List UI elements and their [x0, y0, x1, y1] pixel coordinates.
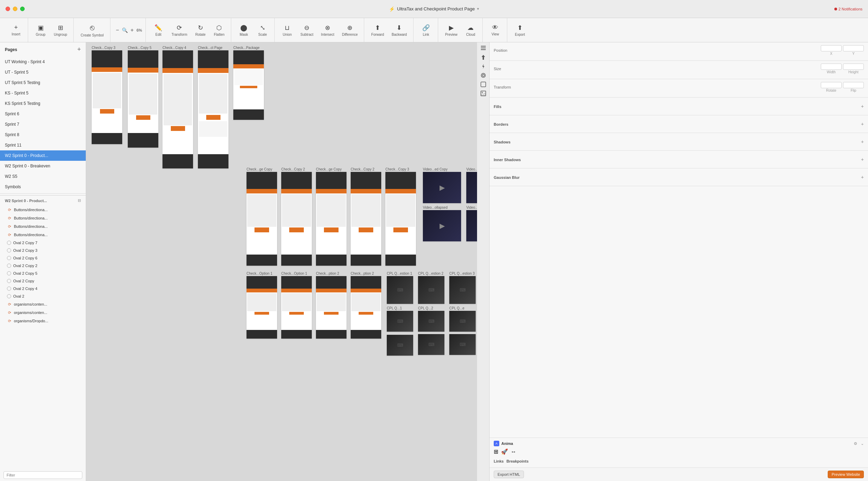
layer-item-14[interactable]: ⟳ organisms/Dropdo... [0, 317, 86, 325]
page-item-sprint6[interactable]: Sprint 6 [0, 109, 86, 119]
layer-item-1[interactable]: ⟳ Buttons/directiona... [0, 214, 86, 222]
layer-item-6[interactable]: Oval 2 Copy 6 [0, 254, 86, 262]
artboard-13[interactable] [351, 276, 381, 339]
add-inner-shadow-button[interactable]: + [861, 157, 864, 162]
add-fill-button[interactable]: + [861, 103, 864, 109]
page-item-sprint8[interactable]: Sprint 8 [0, 130, 86, 140]
artboard-3[interactable] [198, 50, 228, 168]
upload-icon[interactable] [480, 54, 486, 60]
page-item-w2-breakeven[interactable]: W2 Sprint 0 - Breakeven [0, 161, 86, 171]
layer-item-8[interactable]: Oval 2 Copy 5 [0, 269, 86, 277]
rotate-input[interactable] [821, 82, 842, 88]
flip-input[interactable] [843, 82, 864, 88]
artboard-2[interactable] [162, 50, 193, 168]
lightning-icon[interactable] [480, 63, 486, 69]
preview-button[interactable]: ▶ Preview [442, 23, 460, 38]
artboard-cpl8[interactable]: ⌨ [418, 334, 444, 355]
export-html-button[interactable]: Export HTML [494, 471, 524, 478]
fullscreen-button[interactable] [20, 7, 25, 11]
mask-button[interactable]: ⬤ Mask [235, 23, 252, 38]
scale-button[interactable]: ⤡ Scale [254, 23, 271, 38]
artboard-9[interactable] [385, 172, 416, 266]
artboard-video2[interactable]: ▶ [466, 172, 477, 203]
anima-rocket-icon[interactable]: 🚀 [501, 448, 508, 455]
artboard-video4[interactable]: ▶ [466, 210, 477, 241]
rotate-button[interactable]: ↻ Rotate [192, 23, 209, 38]
settings-icon[interactable] [480, 72, 486, 78]
artboard-7[interactable] [316, 172, 347, 266]
page-item-ks-sprint5-testing[interactable]: KS Sprint 5 Testing [0, 98, 86, 109]
transform-button[interactable]: ⟳ Transform [169, 23, 190, 38]
page-item-sprint7[interactable]: Sprint 7 [0, 119, 86, 130]
layer-item-13[interactable]: ⟳ organisms/conten... [0, 308, 86, 317]
union-button[interactable]: ⊔ Union [279, 23, 295, 38]
artboard-cpl1[interactable]: ⌨ [387, 276, 413, 304]
link-button[interactable]: 🔗 Link [418, 23, 434, 38]
anima-expand-button[interactable]: ⌄ [861, 441, 864, 446]
view-button[interactable]: 👁 View [487, 23, 503, 38]
filter-input[interactable] [3, 471, 82, 479]
artboard-cpl9[interactable]: ⌨ [449, 334, 476, 355]
artboard-cpl3[interactable]: ⌨ [449, 276, 476, 304]
page-item-ut-sprint5-testing[interactable]: UT Sprint 5 Testing [0, 77, 86, 88]
layer-item-4[interactable]: Oval 2 Copy 7 [0, 239, 86, 247]
artboard-0[interactable] [92, 50, 122, 144]
layer-item-12[interactable]: ⟳ organisms/conten... [0, 300, 86, 308]
artboard-4[interactable] [233, 50, 264, 120]
add-shadow-button[interactable]: + [861, 139, 864, 144]
artboard-video3[interactable]: ▶ [423, 210, 461, 241]
ungroup-button[interactable]: ⊞ Ungroup [51, 23, 70, 38]
fill-icon[interactable] [480, 81, 486, 88]
page-item-ut-working[interactable]: UT Working - Sprint 4 [0, 57, 86, 67]
page-item-symbols[interactable]: Symbols [0, 182, 86, 192]
notifications-badge[interactable]: 2 Notifications [834, 7, 862, 11]
add-page-button[interactable]: + [77, 46, 81, 53]
anima-settings-button[interactable]: ⚙ [854, 441, 857, 446]
add-border-button[interactable]: + [861, 121, 864, 127]
page-item-ks-sprint5[interactable]: KS - Sprint 5 [0, 88, 86, 98]
artboard-cpl5[interactable]: ⌨ [418, 311, 444, 332]
zoom-out-button[interactable]: − [115, 26, 120, 34]
add-blur-button[interactable]: + [861, 174, 864, 180]
difference-button[interactable]: ⊕ Difference [339, 23, 360, 38]
forward-button[interactable]: ⬆ Forward [368, 23, 387, 38]
create-symbol-button[interactable]: ⎋ Create Symbol [78, 22, 106, 39]
artboard-11[interactable] [281, 276, 312, 339]
artboard-video1[interactable]: ▶ [423, 172, 461, 203]
minimize-button[interactable] [13, 7, 17, 11]
layer-item-7[interactable]: Oval 2 Copy 2 [0, 262, 86, 269]
subtract-button[interactable]: ⊖ Subtract [298, 23, 316, 38]
group-button[interactable]: ▣ Group [32, 23, 49, 38]
artboard-cpl4[interactable]: ⌨ [387, 311, 413, 332]
preview-website-button[interactable]: Preview Website [828, 471, 864, 478]
artboard-6[interactable] [281, 172, 312, 266]
layer-item-9[interactable]: Oval 2 Copy [0, 277, 86, 285]
artboard-cpl7[interactable]: ⌨ [387, 335, 413, 356]
layer-item-2[interactable]: ⟳ Buttons/directiona... [0, 222, 86, 231]
image-icon[interactable] [480, 90, 486, 97]
layer-action[interactable]: ⊟ [78, 198, 81, 203]
artboard-cpl2[interactable]: ⌨ [418, 276, 444, 304]
artboard-cpl6[interactable]: ⌨ [449, 311, 476, 332]
page-item-w2-product[interactable]: W2 Sprint 0 - Product... [0, 150, 86, 161]
layer-item-5[interactable]: Oval 2 Copy 3 [0, 247, 86, 254]
page-item-w2-s5[interactable]: W2 S5 [0, 171, 86, 182]
export-button[interactable]: ⬆ Export [511, 23, 528, 38]
artboard-10[interactable] [247, 276, 277, 339]
backward-button[interactable]: ⬇ Backward [389, 23, 410, 38]
artboard-8[interactable] [351, 172, 381, 266]
close-button[interactable] [6, 7, 10, 11]
y-input[interactable] [843, 45, 864, 51]
height-input[interactable] [843, 64, 864, 70]
layer-item-10[interactable]: Oval 2 Copy 4 [0, 285, 86, 292]
artboard-1[interactable] [128, 50, 158, 148]
insert-button[interactable]: + Insert [8, 23, 24, 38]
canvas[interactable]: Check...Copy 3 Check...Copy 5 [86, 42, 477, 481]
properties-icon[interactable] [480, 45, 486, 51]
artboard-5[interactable] [247, 172, 277, 266]
page-item-ut-sprint5[interactable]: UT - Sprint 5 [0, 67, 86, 77]
layer-item-3[interactable]: ⟳ Buttons/directiona... [0, 231, 86, 239]
edit-button[interactable]: ✏️ Edit [150, 23, 167, 38]
x-input[interactable] [821, 45, 842, 51]
width-input[interactable] [821, 64, 842, 70]
